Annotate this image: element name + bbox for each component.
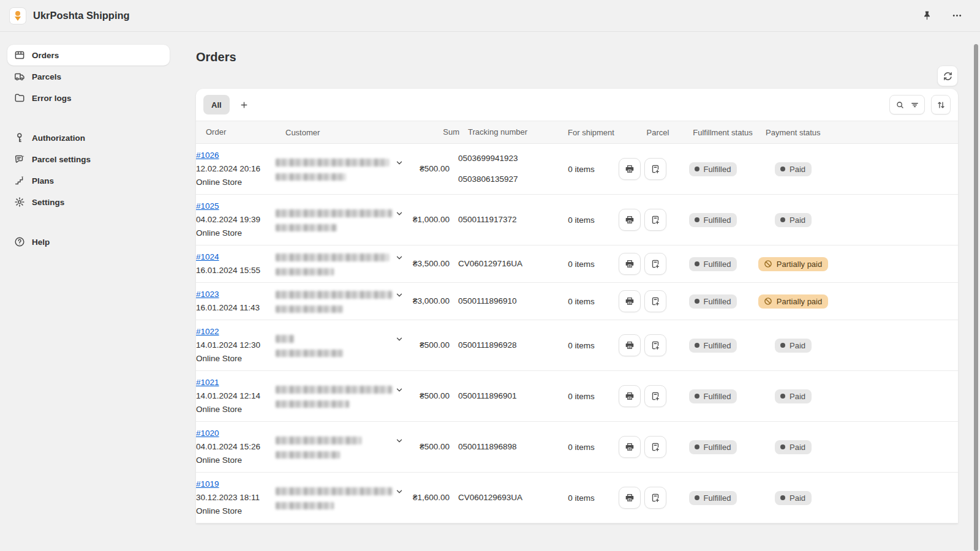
print-button[interactable] [619,334,641,356]
order-date: 16.01.2024 11:43 [196,301,276,315]
create-parcel-button[interactable] [644,253,666,275]
fulfillment-status-label: Fulfilled [704,392,731,401]
sidebar-item-authorization[interactable]: Authorization [7,127,170,148]
sort-button[interactable] [931,95,951,114]
search-and-filter-button[interactable] [889,95,925,114]
filter-icon [910,100,920,110]
print-button[interactable] [619,290,641,312]
parcel-cell [615,158,670,180]
order-link[interactable]: #1022 [196,327,219,336]
status-dot-icon [695,299,699,304]
tracking-cell: 0500111917372 [450,213,548,227]
order-cell: #1024 16.01.2024 15:55 [196,250,276,277]
customer-cell [276,334,413,357]
customer-cell [276,436,413,459]
payment-status-icon [780,444,785,449]
create-parcel-button[interactable] [644,158,666,180]
print-button[interactable] [619,487,641,509]
folder-icon [13,92,26,104]
print-icon [624,340,635,351]
print-button[interactable] [619,253,641,275]
scrollbar[interactable] [974,44,978,551]
fulfillment-status-label: Fulfilled [704,165,731,174]
app-logo-icon [10,8,26,24]
print-button[interactable] [619,436,641,458]
pin-button[interactable] [919,7,935,24]
chevron-down-icon[interactable] [394,487,404,497]
sidebar-item-parcel-settings[interactable]: Parcel settings [7,149,170,170]
fulfillment-cell: Fulfilled [670,440,756,454]
tracking-number: CV060129716UA [458,257,548,271]
create-parcel-button[interactable] [644,487,666,509]
customer-cell [276,253,413,276]
order-link[interactable]: #1021 [196,378,219,387]
sidebar-item-orders[interactable]: Orders [7,45,170,66]
chevron-down-icon[interactable] [394,209,404,219]
sidebar-item-parcels[interactable]: Parcels [7,66,170,87]
order-date: 04.02.2024 19:39 [196,213,276,227]
orders-icon [13,49,26,61]
payment-cell: Paid [756,389,958,403]
payment-cell: Paid [756,440,958,454]
chevron-down-icon[interactable] [394,436,404,446]
sidebar-item-help[interactable]: Help [7,231,170,252]
chevron-down-icon[interactable] [394,253,404,263]
order-cell: #1021 14.01.2024 12:14 Online Store [196,376,276,416]
table-header-row: OrderCustomerSumTracking numberFor shipm… [196,121,958,144]
tracking-cell: 0500111896928 [450,339,548,352]
order-link[interactable]: #1020 [196,429,219,438]
status-dot-icon [695,261,699,266]
column-header-customer: Customer [285,128,423,137]
order-link[interactable]: #1019 [196,479,219,489]
chat-icon [13,153,26,165]
print-button[interactable] [619,158,641,180]
create-parcel-button[interactable] [644,385,666,407]
sidebar-item-error-logs[interactable]: Error logs [7,88,170,108]
chevron-down-icon[interactable] [394,334,404,344]
create-parcel-button[interactable] [644,334,666,356]
sum-cell: ₴3,000.00 [413,294,450,308]
create-parcel-button[interactable] [644,290,666,312]
refresh-button[interactable] [937,66,958,86]
payment-status-label: Paid [790,216,805,225]
customer-phone-redacted [276,224,337,231]
tracking-number: 0503699941923 [458,152,548,165]
sidebar-item-settings[interactable]: Settings [7,192,170,212]
order-link[interactable]: #1024 [196,252,219,261]
sidebar-item-label: Plans [32,176,54,186]
tracking-number: 0503806135927 [458,173,548,186]
status-dot-icon [695,217,699,222]
for-shipment-cell: 0 items [548,297,615,306]
order-cell: #1020 04.01.2024 15:26 Online Store [196,427,276,467]
chevron-down-icon[interactable] [394,290,404,300]
for-shipment-cell: 0 items [548,165,615,174]
tracking-number: 0500111917372 [458,213,548,227]
create-parcel-button[interactable] [644,209,666,231]
chevron-down-icon[interactable] [394,385,404,395]
print-icon [624,391,635,402]
customer-name-redacted [276,487,392,495]
tracking-cell: 0500111896898 [450,440,548,454]
for-shipment-cell: 0 items [548,216,615,225]
tab-all[interactable]: All [203,95,230,114]
order-link[interactable]: #1023 [196,290,219,299]
print-icon [624,258,635,269]
column-header-parcel: Parcel [625,128,680,137]
order-link[interactable]: #1025 [196,201,219,211]
table-row: #1025 04.02.2024 19:39 Online Store ₴1,0… [196,195,958,246]
sum-cell: ₴500.00 [420,339,450,352]
print-button[interactable] [619,385,641,407]
add-view-button[interactable] [235,95,254,114]
sidebar-item-label: Parcel settings [32,155,91,164]
print-button[interactable] [619,209,641,231]
order-date: 30.12.2023 18:11 [196,491,276,504]
fulfillment-status-label: Fulfilled [704,443,731,452]
order-link[interactable]: #1026 [196,151,219,160]
more-menu-button[interactable] [949,7,965,24]
create-parcel-button[interactable] [644,436,666,458]
ellipsis-icon [951,10,963,21]
sidebar-item-plans[interactable]: Plans [7,170,170,191]
order-channel: Online Store [196,403,276,416]
chevron-down-icon[interactable] [394,158,404,168]
customer-cell [276,290,413,313]
